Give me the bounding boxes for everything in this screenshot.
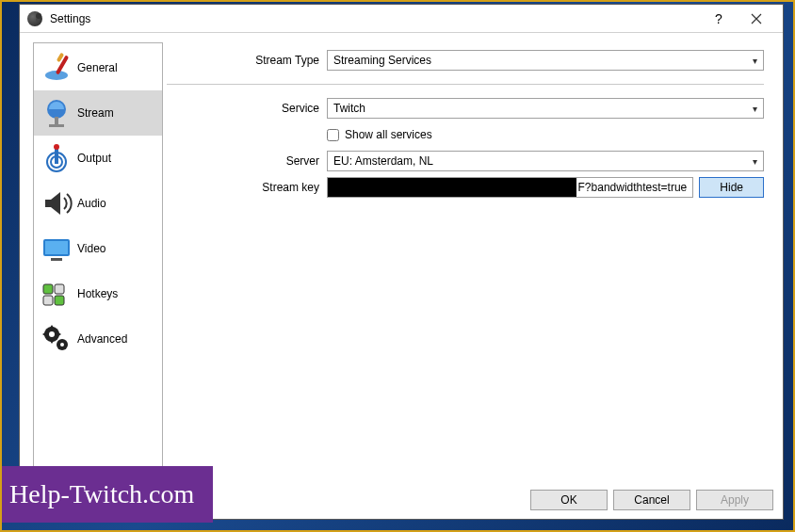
svg-rect-14 [55,284,64,294]
svg-point-20 [60,343,64,347]
obs-icon [27,11,42,26]
close-icon [751,13,762,24]
service-value: Twitch [333,102,365,115]
hide-button[interactable]: Hide [699,177,764,198]
stream-key-field[interactable]: F?bandwidthtest=true [327,177,693,198]
stream-type-value: Streaming Services [333,54,431,67]
stream-type-select[interactable]: Streaming Services [327,50,764,71]
advanced-icon [38,320,75,358]
sidebar-item-output[interactable]: Output [34,136,162,181]
row-stream-key: Stream key F?bandwidthtest=true Hide [167,177,764,198]
stream-key-visible-text: F?bandwidthtest=true [576,178,693,197]
sidebar-item-label: Output [77,152,111,165]
window-body: General Stream Output Audio [20,33,783,487]
sidebar-item-hotkeys[interactable]: Hotkeys [34,271,162,316]
service-select[interactable]: Twitch [327,98,764,119]
service-label: Service [167,102,327,115]
sidebar-item-label: General [77,61,118,74]
svg-rect-15 [43,296,53,305]
sidebar-item-label: Hotkeys [77,287,118,300]
settings-window: Settings ? General Stream [19,4,784,520]
svg-rect-5 [49,124,64,127]
sidebar-item-label: Audio [77,197,106,210]
stream-icon [38,94,75,132]
svg-rect-16 [55,296,64,305]
server-label: Server [167,154,327,168]
svg-rect-12 [51,258,62,261]
row-show-all: Show all services [167,124,764,145]
server-select[interactable]: EU: Amsterdam, NL [327,151,764,171]
help-button[interactable]: ? [700,6,738,32]
svg-point-9 [54,144,59,150]
svg-point-18 [49,331,55,337]
show-all-label: Show all services [345,128,432,141]
output-icon [38,139,75,177]
video-icon [38,230,75,267]
row-service: Service Twitch [167,98,764,119]
svg-rect-13 [43,284,53,294]
row-stream-type: Stream Type Streaming Services [167,50,764,71]
sidebar-item-general[interactable]: General [34,45,162,90]
separator [167,84,764,85]
sidebar-item-video[interactable]: Video [34,226,162,271]
sidebar-item-stream[interactable]: Stream [34,90,162,136]
sidebar: General Stream Output Audio [33,42,163,481]
window-title: Settings [50,12,700,25]
server-value: EU: Amsterdam, NL [333,154,433,168]
stream-type-label: Stream Type [167,54,327,67]
cancel-button[interactable]: Cancel [613,490,690,510]
watermark-overlay: Help-Twitch.com [0,466,213,523]
content-pane: Stream Type Streaming Services Service T… [163,42,773,481]
close-button[interactable] [738,6,775,32]
ok-button[interactable]: OK [530,490,608,510]
titlebar: Settings ? [20,5,783,33]
sidebar-item-label: Advanced [77,332,127,346]
hotkeys-icon [38,275,75,313]
sidebar-item-label: Video [77,242,105,255]
show-all-checkbox[interactable] [327,129,339,141]
apply-button[interactable]: Apply [696,490,773,510]
audio-icon [38,185,75,222]
stream-key-label: Stream key [167,181,327,194]
svg-rect-11 [45,241,68,254]
sidebar-item-advanced[interactable]: Advanced [34,316,162,362]
row-server: Server EU: Amsterdam, NL [167,151,764,171]
sidebar-item-audio[interactable]: Audio [34,181,162,226]
svg-rect-4 [55,117,58,124]
sidebar-item-label: Stream [77,106,114,120]
general-icon [38,49,75,87]
